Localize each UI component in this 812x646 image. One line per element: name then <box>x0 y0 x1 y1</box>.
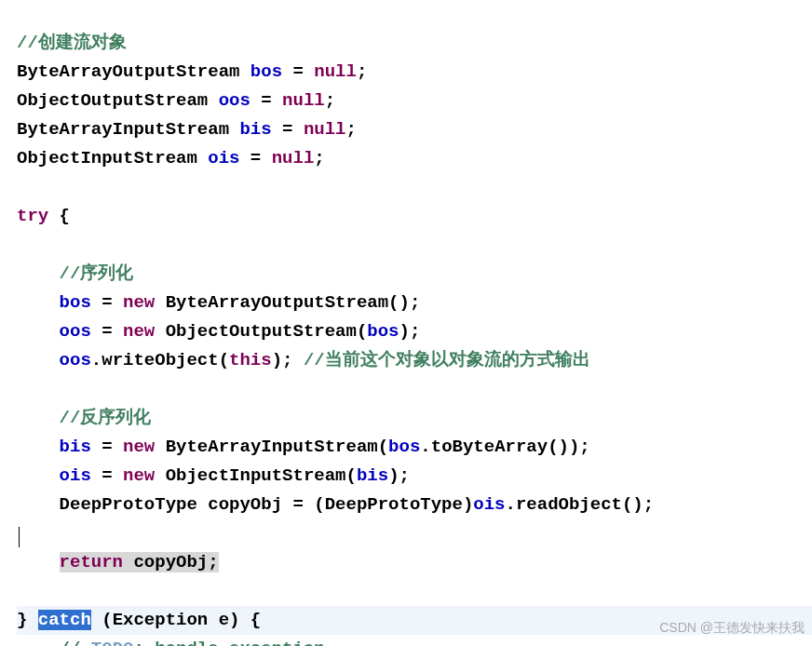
blank-line <box>17 379 27 399</box>
watermark: CSDN @王德发快来扶我 <box>659 620 805 637</box>
code-line: DeepProtoType copyObj = (DeepProtoType)o… <box>17 494 654 515</box>
blank-line <box>17 177 27 197</box>
code-line: oos.writeObject(this); //当前这个对象以对象流的方式输出 <box>17 350 590 370</box>
code-line: // TODO: handle exception <box>17 639 325 646</box>
code-line: oos = new ObjectOutputStream(bos); <box>17 321 420 342</box>
code-line: ois = new ObjectInputStream(bis); <box>17 465 410 486</box>
code-line: return copyObj; <box>17 552 219 572</box>
comment: //创建流对象 <box>17 33 127 53</box>
comment: //反序列化 <box>17 408 151 428</box>
code-line: bis = new ByteArrayInputStream(bos.toByt… <box>17 437 590 457</box>
code-line: //反序列化 <box>17 408 151 428</box>
code-line: try { <box>17 206 70 226</box>
comment: //序列化 <box>17 263 133 284</box>
code-line: ObjectInputStream ois = null; <box>17 148 325 168</box>
code-line: //创建流对象 <box>17 33 127 53</box>
blank-line <box>17 581 27 601</box>
text-cursor <box>19 527 20 547</box>
selection: catch <box>38 610 91 630</box>
code-line: ObjectOutputStream oos = null; <box>17 90 335 111</box>
code-line: bos = new ByteArrayOutputStream(); <box>17 292 420 313</box>
code-line: //序列化 <box>17 263 133 284</box>
comment: //当前这个对象以对象流的方式输出 <box>304 350 590 370</box>
code-editor[interactable]: //创建流对象 ByteArrayOutputStream bos = null… <box>0 0 812 646</box>
code-line: ByteArrayOutputStream bos = null; <box>17 61 367 82</box>
code-line: ByteArrayInputStream bis = null; <box>17 119 357 140</box>
blank-line <box>17 235 27 255</box>
